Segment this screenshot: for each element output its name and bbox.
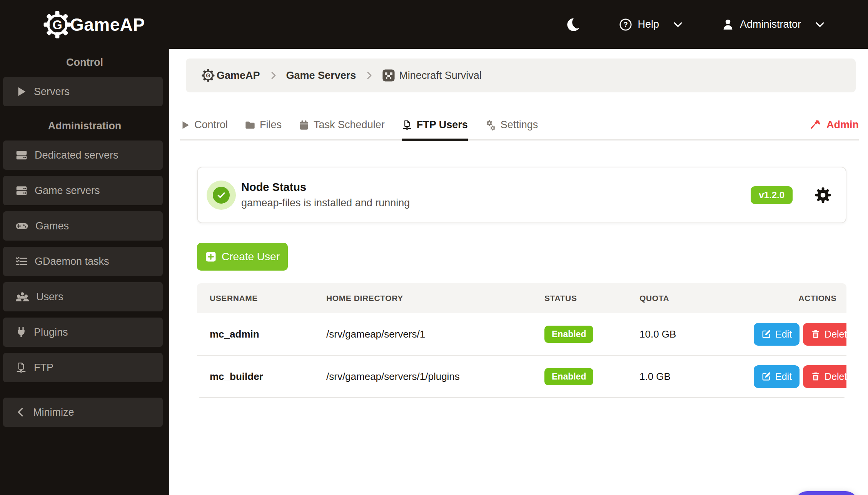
cell-actions: Edit Delete xyxy=(754,365,846,388)
sidebar-item-servers[interactable]: Servers xyxy=(3,77,163,106)
gamepad-icon xyxy=(15,219,28,232)
tab-files[interactable]: Files xyxy=(245,119,282,139)
node-status-title: Node Status xyxy=(241,181,410,194)
play-icon xyxy=(180,120,190,130)
sidebar-item-games[interactable]: Games xyxy=(3,211,163,241)
sidebar-item-label: Dedicated servers xyxy=(35,149,119,161)
sidebar-item-ftp[interactable]: FTP xyxy=(3,353,163,382)
sidebar-item-label: Servers xyxy=(34,86,70,98)
delete-button[interactable]: Delete xyxy=(803,323,846,346)
gear-icon xyxy=(814,186,832,204)
fab-button[interactable] xyxy=(795,491,858,495)
breadcrumb-label: GameAP xyxy=(217,70,260,82)
table-row: mc_builder /srv/gameap/servers/1/plugins… xyxy=(197,356,846,398)
sidebar-item-game-servers[interactable]: Game servers xyxy=(3,176,163,205)
create-user-label: Create User xyxy=(222,251,280,263)
tab-control[interactable]: Control xyxy=(180,119,228,139)
tab-bar: Control Files Task Scheduler xyxy=(180,114,859,140)
play-icon xyxy=(15,86,27,97)
tab-label: Files xyxy=(260,119,282,131)
cell-status: Enabled xyxy=(532,326,627,343)
help-label: Help xyxy=(638,18,659,30)
sidebar-item-label: FTP xyxy=(34,362,53,374)
sidebar-minimize-button[interactable]: Minimize xyxy=(3,398,163,427)
tab-label: Settings xyxy=(501,119,538,131)
status-badge: Enabled xyxy=(544,326,593,343)
sidebar-item-label: Plugins xyxy=(34,326,68,338)
tab-label: Control xyxy=(194,119,228,131)
cell-quota: 1.0 GB xyxy=(627,371,754,383)
breadcrumb: G GameAP Game Servers xyxy=(186,59,856,92)
svg-text:G: G xyxy=(52,18,62,32)
column-header-home-directory: HOME DIRECTORY xyxy=(314,294,532,303)
ftp-icon xyxy=(402,120,412,130)
breadcrumb-item-minecraft-survival[interactable]: Minecraft Survival xyxy=(382,69,482,82)
plug-icon xyxy=(15,326,27,338)
sidebar-item-users[interactable]: Users xyxy=(3,282,163,311)
dark-mode-toggle[interactable] xyxy=(565,17,581,32)
sidebar-item-gdaemon-tasks[interactable]: GDaemon tasks xyxy=(3,247,163,276)
sidebar: Control Servers Administration Dedicated… xyxy=(0,49,169,495)
gameap-gear-icon: G xyxy=(43,10,72,39)
chevron-down-icon xyxy=(815,20,825,30)
svg-text:?: ? xyxy=(624,20,628,28)
create-user-button[interactable]: Create User xyxy=(197,243,288,271)
chevron-left-icon xyxy=(15,407,26,418)
gameap-gear-icon: G xyxy=(201,69,215,82)
main-content: G GameAP Game Servers xyxy=(169,49,868,495)
sidebar-item-label: Game servers xyxy=(35,185,100,197)
users-icon xyxy=(15,290,29,304)
tab-label: Admin xyxy=(826,119,859,131)
edit-label: Edit xyxy=(775,329,792,340)
tab-task-scheduler[interactable]: Task Scheduler xyxy=(299,119,385,139)
server-icon xyxy=(15,149,28,161)
tab-admin[interactable]: Admin xyxy=(810,119,859,139)
svg-text:G: G xyxy=(206,72,210,79)
gameap-logo[interactable]: G GameAP xyxy=(43,10,145,39)
delete-button[interactable]: Delete xyxy=(803,365,846,388)
breadcrumb-label: Game Servers xyxy=(286,70,356,82)
breadcrumb-item-game-servers[interactable]: Game Servers xyxy=(286,70,356,82)
edit-button[interactable]: Edit xyxy=(754,323,800,346)
pen-square-icon xyxy=(761,371,771,381)
breadcrumb-item-gameap[interactable]: G GameAP xyxy=(201,69,260,82)
moon-icon xyxy=(565,27,581,33)
gears-icon xyxy=(485,119,496,131)
table-row: mc_admin /srv/gameap/servers/1 Enabled 1… xyxy=(197,313,846,356)
tab-settings[interactable]: Settings xyxy=(485,119,538,139)
sidebar-section-control: Control xyxy=(0,57,169,69)
sidebar-item-plugins[interactable]: Plugins xyxy=(3,318,163,347)
minecraft-icon xyxy=(382,69,395,82)
server-icon xyxy=(15,184,28,197)
user-icon xyxy=(721,18,734,31)
tab-ftp-users[interactable]: FTP Users xyxy=(402,119,468,139)
hammer-icon xyxy=(810,119,822,131)
ftp-users-table: USERNAME HOME DIRECTORY STATUS QUOTA ACT… xyxy=(197,283,846,398)
chevron-down-icon xyxy=(673,20,683,30)
delete-label: Delete xyxy=(825,371,846,382)
pen-square-icon xyxy=(761,329,771,339)
user-label: Administrator xyxy=(740,18,801,30)
user-menu[interactable]: Administrator xyxy=(721,18,825,31)
help-menu[interactable]: ? Help xyxy=(619,18,683,31)
status-ok-ring xyxy=(207,181,236,210)
sidebar-item-label: Users xyxy=(36,291,63,303)
column-header-status: STATUS xyxy=(532,294,627,303)
node-status-message: gameap-files is installed and running xyxy=(241,197,410,209)
column-header-username: USERNAME xyxy=(197,294,314,303)
trash-icon xyxy=(811,329,821,339)
sidebar-item-label: GDaemon tasks xyxy=(35,256,109,268)
sidebar-item-label: Games xyxy=(35,220,69,232)
sidebar-section-administration: Administration xyxy=(0,120,169,132)
table-header-row: USERNAME HOME DIRECTORY STATUS QUOTA ACT… xyxy=(197,283,846,313)
list-check-icon xyxy=(15,255,28,268)
column-header-actions: ACTIONS xyxy=(754,294,846,303)
edit-button[interactable]: Edit xyxy=(754,365,800,388)
tab-label: Task Scheduler xyxy=(314,119,385,131)
delete-label: Delete xyxy=(825,329,846,340)
status-badge: Enabled xyxy=(544,368,593,385)
sidebar-item-dedicated-servers[interactable]: Dedicated servers xyxy=(3,140,163,170)
tab-label: FTP Users xyxy=(417,119,468,131)
node-settings-button[interactable] xyxy=(814,186,832,204)
cell-username: mc_builder xyxy=(197,371,314,383)
